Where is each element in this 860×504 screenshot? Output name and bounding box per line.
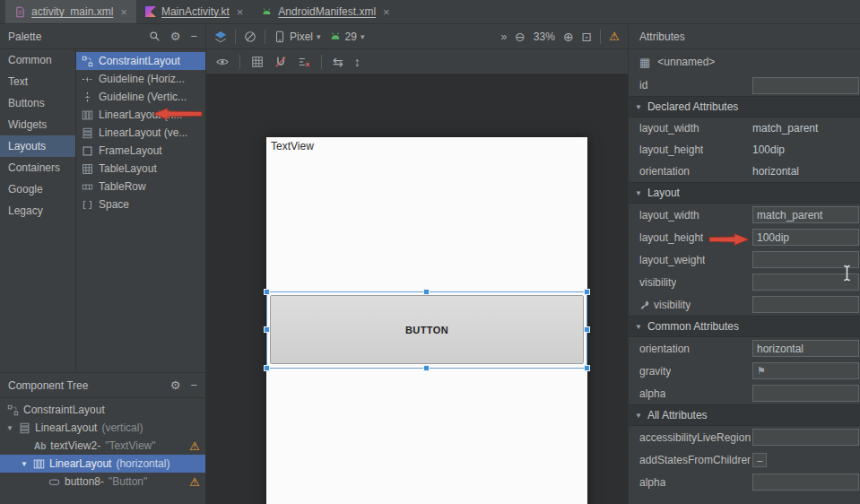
selection-handle[interactable] (584, 289, 590, 295)
chevron-expanded-icon[interactable]: ▼ (5, 424, 14, 432)
section-collapse-icon[interactable]: ▼ (635, 103, 642, 111)
device-selector-dropdown[interactable]: Pixel ▾ (274, 30, 321, 43)
close-icon[interactable]: × (383, 5, 390, 19)
palette-item-space[interactable]: Space (76, 196, 205, 213)
layout-height-input[interactable] (752, 229, 859, 246)
palette-category-text[interactable]: Text (0, 71, 75, 92)
palette-item-guideline-vertical[interactable]: Guideline (Vertic... (76, 88, 205, 106)
flag-icon[interactable]: ⚑ (757, 365, 766, 377)
palette-item-label: TableLayout (99, 162, 157, 175)
grid-snap-icon[interactable] (251, 56, 264, 68)
api-level: 29 (345, 30, 357, 43)
autoconnect-off-magnet-icon[interactable] (274, 56, 287, 68)
attribute-row-orientation-declared[interactable]: orientation horizontal (629, 161, 860, 182)
attribute-row-layout-width-declared[interactable]: layout_width match_parent (629, 117, 860, 139)
section-collapse-icon[interactable]: ▼ (635, 323, 642, 331)
attribute-name: orientation (639, 343, 690, 355)
palette-item-tablerow[interactable]: TableRow (76, 178, 205, 196)
attribute-row-layout-height-declared[interactable]: layout_height 100dip (629, 139, 860, 161)
tab-activity-main-xml[interactable]: activity_main.xml × (5, 0, 136, 23)
section-declared-attributes[interactable]: ▼ Declared Attributes (629, 96, 860, 117)
attribute-name: layout_weight (639, 254, 705, 266)
expand-vertical-icon[interactable]: ↕ (354, 55, 361, 69)
device-artboard[interactable]: TextView BUTTON (266, 137, 587, 504)
zoom-out-button[interactable]: ⊖ (515, 30, 526, 44)
editor-tab-bar: activity_main.xml × MainActivity.kt × An… (0, 0, 860, 24)
gear-icon[interactable]: ⚙ (170, 30, 181, 43)
section-common-attributes[interactable]: ▼ Common Attributes (629, 316, 860, 337)
selection-handle[interactable] (264, 365, 270, 371)
textview-icon: Ab (34, 441, 46, 451)
tab-androidmanifest-xml[interactable]: AndroidManifest.xml × (252, 0, 398, 23)
orientation-input[interactable] (752, 340, 859, 357)
api-level-dropdown[interactable]: 29 ▾ (329, 30, 365, 43)
tools-visibility-input[interactable] (752, 296, 859, 313)
palette-category-widgets[interactable]: Widgets (0, 114, 75, 135)
minimize-icon[interactable]: − (190, 378, 197, 392)
selection-handle[interactable] (584, 365, 590, 371)
design-canvas[interactable]: TextView BUTTON (206, 74, 628, 504)
id-input[interactable] (752, 77, 859, 94)
selection-handle[interactable] (423, 365, 430, 371)
zoom-to-fit-button[interactable]: ⊡ (582, 30, 593, 44)
layout-width-input[interactable] (752, 206, 859, 223)
palette-category-common[interactable]: Common (0, 49, 75, 71)
tree-node-label: textView2- (50, 439, 100, 452)
palette-item-constraintlayout[interactable]: ConstraintLayout (76, 52, 205, 70)
canvas-button[interactable]: BUTTON (270, 295, 584, 364)
section-all-attributes[interactable]: ▼ All Attributes (629, 404, 860, 426)
attribute-value[interactable]: 100dip (752, 143, 785, 156)
tree-node-textview2[interactable]: Ab textView2-"TextView" ⚠ (0, 437, 205, 455)
tree-node-button8[interactable]: button8-"Button" ⚠ (0, 473, 205, 491)
selection-handle[interactable] (264, 289, 270, 295)
pack-horizontal-icon[interactable]: ⇆ (333, 55, 343, 69)
attribute-value[interactable]: match_parent (752, 122, 818, 135)
alpha-input[interactable] (752, 385, 859, 402)
palette-item-guideline-horizontal[interactable]: Guideline (Horiz... (76, 70, 205, 88)
toolbar-separator (235, 30, 236, 44)
tree-node-suffix: (vertical) (101, 421, 143, 434)
gravity-input[interactable]: ⚑ (752, 362, 859, 379)
warnings-button[interactable]: ⚠ (609, 30, 620, 43)
search-icon[interactable] (149, 30, 161, 42)
tree-node-linearlayout-horizontal[interactable]: ▼ LinearLayout(horizontal) (0, 455, 205, 473)
toolbar-overflow-icon[interactable]: » (500, 30, 507, 43)
red-arrow-annotation-palette (152, 107, 203, 121)
addstatesfromchildren-checkbox[interactable]: – (752, 453, 767, 467)
palette-category-buttons[interactable]: Buttons (0, 92, 75, 114)
clear-constraints-icon[interactable] (298, 56, 310, 68)
selection-handle[interactable] (264, 326, 270, 333)
palette-item-linearlayout-vertical[interactable]: LinearLayout (ve... (76, 124, 205, 142)
palette-category-legacy[interactable]: Legacy (0, 200, 75, 222)
palette-category-containers[interactable]: Containers (0, 157, 75, 178)
palette-item-label: LinearLayout (ve... (99, 126, 187, 139)
attribute-row-addstatesfromchildren: addStatesFromChildren – (629, 448, 860, 471)
palette-category-layouts[interactable]: Layouts (0, 135, 75, 157)
tree-node-constraintlayout[interactable]: ConstraintLayout (0, 401, 205, 419)
attribute-value[interactable]: horizontal (752, 165, 799, 178)
palette-category-google[interactable]: Google (0, 178, 75, 200)
chevron-expanded-icon[interactable]: ▼ (20, 460, 29, 468)
close-icon[interactable]: × (120, 5, 127, 19)
section-layout[interactable]: ▼ Layout (629, 182, 860, 204)
category-label: Google (8, 183, 43, 196)
view-options-eye-icon[interactable] (216, 56, 229, 68)
palette-item-framelayout[interactable]: FrameLayout (76, 142, 205, 160)
selected-linearlayout-bounds[interactable]: BUTTON (266, 291, 587, 369)
tree-node-linearlayout-vertical[interactable]: ▼ LinearLayout(vertical) (0, 419, 205, 437)
tab-mainactivity-kt[interactable]: MainActivity.kt × (136, 0, 252, 23)
selection-handle[interactable] (423, 289, 430, 295)
palette-item-tablelayout[interactable]: TableLayout (76, 160, 205, 178)
zoom-in-button[interactable]: ⊕ (563, 30, 574, 44)
minimize-icon[interactable]: − (190, 30, 197, 43)
close-icon[interactable]: × (237, 5, 244, 19)
design-surface-mode-icon[interactable] (214, 30, 227, 43)
selection-handle[interactable] (584, 326, 590, 333)
gear-icon[interactable]: ⚙ (170, 378, 181, 392)
blueprint-mode-icon[interactable] (244, 30, 256, 43)
canvas-textview[interactable]: TextView (271, 140, 314, 152)
accessibilityliveregion-input[interactable] (752, 429, 859, 446)
alpha-all-input[interactable] (752, 474, 859, 491)
section-collapse-icon[interactable]: ▼ (635, 412, 642, 420)
section-collapse-icon[interactable]: ▼ (635, 189, 642, 197)
